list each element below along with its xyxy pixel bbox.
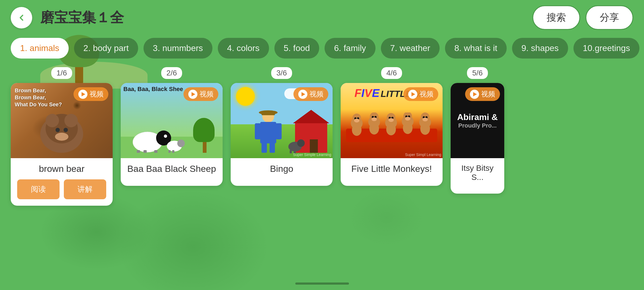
svg-rect-10 (137, 150, 140, 153)
video-badge-4[interactable]: 视频 (403, 87, 438, 101)
card-title-3: Bingo (237, 164, 326, 174)
svg-point-52 (388, 118, 394, 122)
card-title-1: brown bear (17, 164, 106, 174)
svg-rect-11 (143, 150, 147, 153)
read-button-1[interactable]: 阅读 (17, 179, 60, 199)
explain-button-1[interactable]: 讲解 (64, 179, 106, 199)
cards-area: 1/6 Brown Bear, Brown Bear, What Do You … (0, 62, 644, 274)
category-tab-animals[interactable]: 1. animals (11, 38, 69, 59)
category-tab-body[interactable]: 2. body part (74, 38, 138, 59)
scroll-indicator (295, 282, 349, 285)
svg-rect-18 (260, 122, 276, 143)
card-4[interactable]: FIVE LITTLE MO (341, 83, 443, 186)
card-image-4: FIVE LITTLE MO (341, 83, 443, 158)
svg-point-47 (386, 124, 396, 135)
header-actions: 搜索 分享 (532, 5, 633, 30)
svg-rect-24 (262, 111, 275, 115)
svg-point-3 (64, 114, 78, 127)
svg-rect-22 (270, 142, 275, 153)
play-icon-3 (298, 90, 307, 99)
svg-rect-15 (168, 150, 171, 153)
video-badge-2[interactable]: 视频 (183, 87, 218, 101)
svg-rect-20 (276, 123, 282, 139)
svg-point-4 (56, 128, 60, 132)
play-icon-2 (188, 90, 197, 99)
card-image-2: Baa, Baa, Black Shee (121, 83, 223, 158)
video-badge-5[interactable]: 视频 (465, 87, 500, 101)
card-body-2: Baa Baa Black Sheep (121, 158, 223, 186)
card-2[interactable]: Baa, Baa, Black Shee (121, 83, 223, 186)
category-tab-greetings[interactable]: 10.greetings (573, 38, 639, 59)
share-button[interactable]: 分享 (586, 5, 633, 30)
category-tab-numbers[interactable]: 3. nummbers (143, 38, 212, 59)
svg-point-26 (297, 139, 305, 147)
card-title-2: Baa Baa Black Sheep (127, 164, 216, 174)
svg-point-14 (177, 140, 185, 147)
card-body-5: Itsy Bitsy S... (451, 158, 504, 194)
svg-point-31 (352, 124, 362, 136)
video-badge-1[interactable]: 视频 (73, 87, 108, 101)
category-tab-family[interactable]: 6. family (325, 38, 375, 59)
card-body-3: Bingo (231, 158, 333, 186)
card-counter-5: 5/6 (467, 67, 488, 79)
svg-rect-16 (172, 150, 174, 153)
svg-rect-21 (262, 142, 267, 153)
play-icon-4 (408, 90, 417, 99)
category-tab-shapes[interactable]: 9. shapes (512, 38, 568, 59)
category-tab-weather[interactable]: 7. weather (381, 38, 440, 59)
card-wrapper-4: 4/6 FIVE LITTLE MO (341, 67, 443, 186)
svg-point-55 (403, 122, 413, 134)
category-tab-colors[interactable]: 4. colors (218, 38, 269, 59)
header: 磨宝宝集１全 搜索 分享 (0, 0, 644, 35)
baa-text: Baa, Baa, Black Shee (123, 86, 183, 93)
category-tab-whatisit[interactable]: 8. what is it (445, 38, 507, 59)
card-wrapper-3: 3/6 (231, 67, 333, 186)
itsy-brand-text: Abirami & Proudly Pro... (457, 112, 498, 129)
svg-point-36 (354, 119, 359, 122)
page-title: 磨宝宝集１全 (40, 8, 532, 27)
card-actions-1: 阅读 讲解 (17, 179, 106, 199)
svg-point-6 (55, 133, 68, 141)
play-icon-5 (470, 90, 479, 99)
card-3[interactable]: Super Simple Learning 视频 Bingo (231, 83, 333, 186)
card-counter-4: 4/6 (381, 67, 402, 79)
card-counter-3: 3/6 (271, 67, 292, 79)
card-1[interactable]: Brown Bear, Brown Bear, What Do You See? (11, 83, 113, 206)
card-wrapper-5: 5/6 Abirami & Proudly Pro... 视频 Itsy Bi (451, 67, 504, 194)
category-bar: 1. animals 2. body part 3. nummbers 4. c… (0, 35, 644, 64)
card-wrapper-2: 2/6 Baa, Baa, Black Shee (121, 67, 223, 186)
back-button[interactable] (11, 7, 32, 28)
card-counter-1: 1/6 (51, 67, 72, 79)
card-title-5: Itsy Bitsy S... (457, 164, 498, 182)
card-image-1: Brown Bear, Brown Bear, What Do You See? (11, 83, 113, 158)
svg-point-2 (46, 114, 59, 127)
category-tab-food[interactable]: 5. food (274, 38, 319, 59)
play-icon-1 (78, 90, 87, 99)
svg-point-44 (371, 117, 377, 121)
video-badge-3[interactable]: 视频 (293, 87, 328, 101)
svg-point-68 (422, 118, 428, 121)
svg-point-63 (420, 123, 430, 135)
svg-rect-19 (255, 123, 261, 139)
svg-rect-27 (290, 150, 292, 153)
svg-point-5 (64, 128, 68, 132)
card-counter-2: 2/6 (161, 67, 182, 79)
card-body-4: Five Little Monkeys! (341, 158, 443, 186)
card-5[interactable]: Abirami & Proudly Pro... 视频 Itsy Bitsy S… (451, 83, 504, 194)
card-body-1: brown bear 阅读 讲解 (11, 158, 113, 206)
card-title-4: Five Little Monkeys! (347, 164, 436, 174)
card-wrapper-1: 1/6 Brown Bear, Brown Bear, What Do You … (11, 67, 113, 206)
card-image-3: Super Simple Learning 视频 (231, 83, 333, 158)
svg-rect-12 (154, 150, 157, 153)
search-button[interactable]: 搜索 (532, 5, 580, 30)
svg-point-39 (369, 123, 379, 135)
svg-point-60 (405, 117, 410, 121)
